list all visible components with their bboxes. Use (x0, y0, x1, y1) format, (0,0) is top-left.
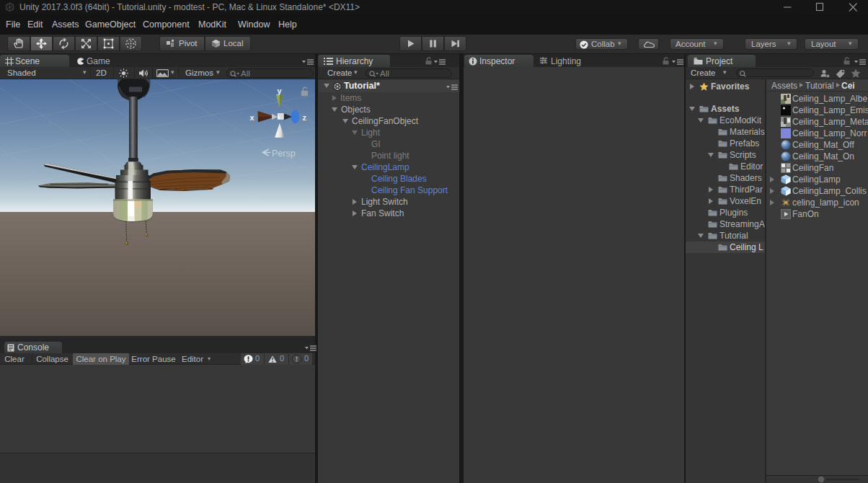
svg-text:z: z (303, 113, 307, 122)
svg-text:x: x (250, 113, 255, 122)
svg-text:Persp: Persp (272, 149, 296, 159)
svg-text:y: y (278, 87, 283, 95)
